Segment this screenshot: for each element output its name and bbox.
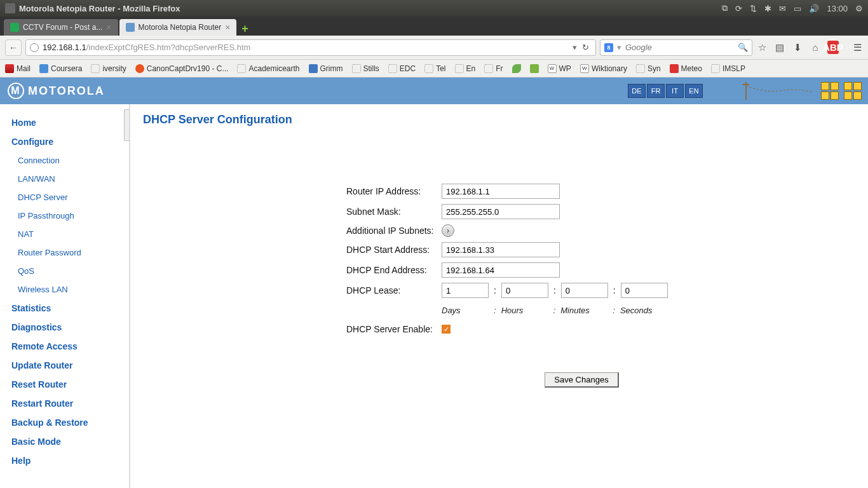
tray-battery-icon[interactable]: ▭ bbox=[794, 4, 801, 13]
bookmark-favicon bbox=[711, 64, 720, 73]
bookmark-item[interactable]: En bbox=[455, 64, 476, 73]
sidebar-item-wireless-lan[interactable]: Wireless LAN bbox=[11, 280, 123, 299]
browser-tab-active[interactable]: Motorola Netopia Router × bbox=[119, 19, 237, 36]
dhcp-form: Router IP Address: Subnet Mask: Addition… bbox=[346, 184, 855, 388]
downloads-icon[interactable]: ⬇ bbox=[792, 42, 803, 53]
new-tab-button[interactable]: + bbox=[238, 22, 252, 36]
input-lease-days[interactable] bbox=[442, 283, 489, 298]
tray-sync-icon[interactable]: ⟳ bbox=[735, 4, 742, 13]
bookmark-item[interactable]: Syn bbox=[636, 64, 661, 73]
tab-label: CCTV Forum - Post a... bbox=[23, 23, 102, 32]
sidebar-item-router-password[interactable]: Router Password bbox=[11, 243, 123, 262]
tray-network-icon[interactable]: ⇅ bbox=[750, 4, 757, 13]
bookmark-favicon bbox=[309, 64, 318, 73]
sidebar-item-update-router[interactable]: Update Router bbox=[11, 356, 123, 375]
back-button[interactable]: ← bbox=[5, 39, 22, 56]
bookmark-item[interactable]: Fr bbox=[484, 64, 503, 73]
bookmark-item[interactable]: Meteo bbox=[670, 64, 702, 73]
bookmark-item[interactable]: Grimm bbox=[309, 64, 343, 73]
bookmark-item[interactable]: Stills bbox=[352, 64, 379, 73]
antenna-icon bbox=[740, 81, 816, 101]
input-dhcp-end[interactable] bbox=[442, 262, 560, 278]
router-header: M MOTOROLA DEFRITEN bbox=[0, 78, 868, 104]
bookmark-label: Tel bbox=[436, 64, 445, 73]
lang-button-de[interactable]: DE bbox=[628, 84, 646, 98]
browser-tab[interactable]: CCTV Forum - Post a... × bbox=[4, 19, 118, 36]
tray-gear-icon[interactable]: ⚙ bbox=[855, 4, 863, 13]
search-input[interactable] bbox=[625, 43, 734, 52]
search-bar[interactable]: 8 ▾ 🔍 bbox=[600, 39, 752, 56]
bookmark-star-icon[interactable]: ☆ bbox=[756, 42, 768, 53]
input-dhcp-start[interactable] bbox=[442, 242, 560, 257]
sidebar-item-connection[interactable]: Connection bbox=[11, 151, 123, 170]
reader-icon[interactable]: ▤ bbox=[774, 42, 785, 53]
bookmark-item[interactable]: Academicearth bbox=[237, 64, 299, 73]
bookmark-item[interactable]: WWP bbox=[548, 64, 571, 73]
bookmark-favicon bbox=[5, 64, 14, 73]
bookmark-favicon bbox=[237, 64, 246, 73]
tray-volume-icon[interactable]: 🔊 bbox=[809, 4, 819, 13]
sidebar-item-lan-wan[interactable]: LAN/WAN bbox=[11, 170, 123, 188]
lease-unit-labels: Days: Hours: Minutes: Seconds bbox=[442, 306, 667, 315]
sidebar-item-diagnostics[interactable]: Diagnostics bbox=[11, 318, 123, 337]
url-dropdown-icon[interactable]: ▾ bbox=[570, 43, 580, 52]
adblock-icon[interactable]: ABP bbox=[827, 41, 839, 54]
input-subnet[interactable] bbox=[442, 204, 560, 219]
input-lease-hours[interactable] bbox=[501, 283, 548, 298]
sidebar-item-reset-router[interactable]: Reset Router bbox=[11, 375, 123, 394]
browser-tabstrip: CCTV Forum - Post a... × Motorola Netopi… bbox=[0, 17, 868, 36]
sidebar-item-ip-passthrough[interactable]: IP Passthrough bbox=[11, 207, 123, 225]
bookmark-favicon bbox=[352, 64, 361, 73]
bookmark-item[interactable]: iversity bbox=[91, 64, 126, 73]
tray-bluetooth-icon[interactable]: ✱ bbox=[764, 4, 771, 13]
home-icon[interactable]: ⌂ bbox=[810, 42, 821, 53]
additional-subnets-button[interactable]: › bbox=[442, 224, 454, 237]
sidebar-item-basic-mode[interactable]: Basic Mode bbox=[11, 432, 123, 451]
url-text: 192.168.1.1/indexExptCfgRES.htm?dhcpServ… bbox=[43, 43, 570, 52]
tab-close-icon[interactable]: × bbox=[225, 22, 230, 32]
tray-clock[interactable]: 13:00 bbox=[827, 4, 848, 13]
input-lease-seconds[interactable] bbox=[621, 283, 668, 298]
sidebar-item-qos[interactable]: QoS bbox=[11, 262, 123, 280]
bookmark-label: WP bbox=[559, 64, 571, 73]
sidebar-item-nat[interactable]: NAT bbox=[11, 225, 123, 243]
bookmark-label: IMSLP bbox=[722, 64, 745, 73]
url-bar[interactable]: 192.168.1.1/indexExptCfgRES.htm?dhcpServ… bbox=[25, 39, 596, 56]
sidebar-item-backup-restore[interactable]: Backup & Restore bbox=[11, 413, 123, 432]
sidebar-item-statistics[interactable]: Statistics bbox=[11, 299, 123, 318]
bookmark-item[interactable]: Tel bbox=[424, 64, 445, 73]
sidebar-item-configure[interactable]: Configure bbox=[11, 132, 123, 151]
menu-icon[interactable]: ☰ bbox=[851, 42, 863, 53]
bookmark-item[interactable]: Coursera bbox=[39, 64, 82, 73]
input-lease-minutes[interactable] bbox=[561, 283, 608, 298]
sidebar-item-dhcp-server[interactable]: DHCP Server bbox=[11, 188, 123, 207]
reload-icon[interactable]: ↻ bbox=[580, 43, 592, 52]
search-engine-icon[interactable]: 8 bbox=[604, 43, 613, 52]
checkbox-dhcp-enable[interactable]: ✓ bbox=[442, 325, 451, 334]
sidebar-resize-handle[interactable] bbox=[124, 109, 130, 141]
bookmark-item[interactable]: IMSLP bbox=[711, 64, 745, 73]
bookmark-item[interactable]: CanonCaptDrv190 - C... bbox=[135, 64, 229, 73]
sidebar-item-home[interactable]: Home bbox=[11, 113, 123, 132]
tab-close-icon[interactable]: × bbox=[106, 22, 111, 32]
bookmark-favicon bbox=[135, 64, 144, 73]
lang-button-en[interactable]: EN bbox=[685, 84, 703, 98]
bookmark-favicon bbox=[484, 64, 493, 73]
bookmark-item[interactable]: Mail bbox=[5, 64, 31, 73]
bookmark-label: Fr bbox=[496, 64, 503, 73]
tray-dropbox-icon[interactable]: ⧉ bbox=[722, 3, 728, 13]
save-changes-button[interactable]: Save Changes bbox=[545, 372, 618, 388]
search-icon[interactable]: 🔍 bbox=[738, 43, 748, 52]
input-router-ip[interactable] bbox=[442, 184, 560, 199]
lang-button-it[interactable]: IT bbox=[666, 84, 684, 98]
sidebar-item-help[interactable]: Help bbox=[11, 451, 123, 470]
bookmark-item[interactable] bbox=[530, 64, 539, 73]
bookmark-favicon bbox=[39, 64, 48, 73]
bookmark-item[interactable] bbox=[512, 64, 521, 73]
bookmark-item[interactable]: EDC bbox=[388, 64, 416, 73]
lang-button-fr[interactable]: FR bbox=[647, 84, 665, 98]
sidebar-item-remote-access[interactable]: Remote Access bbox=[11, 337, 123, 356]
sidebar-item-restart-router[interactable]: Restart Router bbox=[11, 394, 123, 413]
bookmark-item[interactable]: WWiktionary bbox=[580, 64, 627, 73]
tray-mail-icon[interactable]: ✉ bbox=[779, 4, 786, 13]
